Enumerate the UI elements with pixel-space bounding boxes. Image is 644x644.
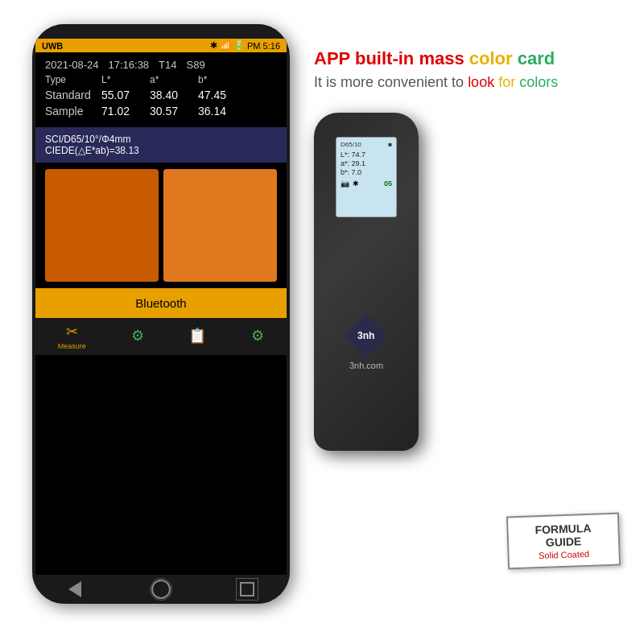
t-value: T14 [159, 59, 176, 71]
nav-measure-label: Measure [58, 342, 86, 350]
data-header-row: Type L* a* b* [45, 74, 277, 85]
device-lcd: D65/10 ■ L*: 74.7 a*: 29.1 b*: 7.0 📷 ✱ 0… [336, 137, 397, 217]
recent-button[interactable] [236, 578, 258, 601]
nav-settings[interactable]: ⚙ [131, 327, 144, 346]
bluetooth-button[interactable]: Bluetooth [35, 288, 287, 318]
formula-guide-subtitle: Solid Coated [518, 548, 609, 561]
wifi-icon: 📶 [220, 40, 231, 51]
bottom-nav: ✂ Measure ⚙ 📋 ⚙ [35, 318, 287, 355]
status-carrier: UWB [42, 41, 63, 51]
device-sample-num: 05 [384, 180, 392, 188]
home-icon [151, 580, 171, 599]
sample-l: 71.02 [101, 105, 150, 118]
device-mode: D65/10 [341, 141, 361, 148]
sample-label: Sample [45, 105, 101, 118]
nav-measure[interactable]: ✂ Measure [58, 323, 86, 350]
sample-row: Sample 71.02 30.57 36.14 [45, 105, 277, 118]
standard-row: Standard 55.07 38.40 47.45 [45, 89, 277, 101]
status-bar: UWB ✱ 📶 🔋 PM 5:16 [35, 39, 287, 52]
bluetooth-icon: ✱ [210, 40, 217, 51]
home-button[interactable] [150, 578, 172, 601]
swatch-sample [163, 169, 277, 282]
device-logo: 3nh 3nh.com [346, 316, 386, 370]
phone-screen: UWB ✱ 📶 🔋 PM 5:16 2021-08-24 17:16:38 T1… [35, 39, 287, 575]
device-lcd-footer: 📷 ✱ 05 [341, 180, 392, 188]
nav-gear[interactable]: ⚙ [251, 327, 264, 346]
device-body: D65/10 ■ L*: 74.7 a*: 29.1 b*: 7.0 📷 ✱ 0… [314, 113, 419, 451]
recent-icon [240, 582, 254, 597]
date-row: 2021-08-24 17:16:38 T14 S89 [45, 59, 277, 71]
measurement-data: 2021-08-24 17:16:38 T14 S89 Type L* a* b… [35, 52, 287, 127]
settings-icon: ⚙ [131, 327, 144, 345]
device-battery: ■ [388, 141, 392, 148]
device-b-row: b*: 7.0 [341, 168, 392, 176]
swatch-standard [45, 169, 159, 282]
device-L-row: L*: 74.7 [341, 151, 392, 159]
sample-b: 36.14 [198, 105, 246, 118]
device-bluetooth-icon: ✱ [353, 180, 359, 188]
device-icon1: 📷 [341, 180, 349, 188]
back-icon [68, 581, 81, 597]
phone: UWB ✱ 📶 🔋 PM 5:16 2021-08-24 17:16:38 T1… [32, 24, 290, 604]
status-right: ✱ 📶 🔋 PM 5:16 [210, 40, 280, 51]
device-a-row: a*: 29.1 [341, 159, 392, 167]
col-l: L* [101, 74, 150, 85]
back-button[interactable] [64, 578, 86, 601]
colorimeter-device: D65/10 ■ L*: 74.7 a*: 29.1 b*: 7.0 📷 ✱ 0… [314, 113, 419, 451]
standard-b: 47.45 [198, 89, 246, 101]
s-value: S89 [187, 59, 205, 71]
gear-icon: ⚙ [251, 327, 264, 345]
color-swatches [35, 163, 287, 288]
time-value: 17:16:38 [109, 59, 150, 71]
col-b: b* [198, 74, 246, 85]
date-value: 2021-08-24 [45, 59, 99, 71]
status-time: PM 5:16 [247, 41, 280, 51]
product-headline: APP built-in mass color card It is more … [314, 48, 628, 91]
measurement-info: SCI/D65/10°/Φ4mm CIEDE(△E*ab)=38.13 [35, 127, 287, 163]
battery-icon: 🔋 [233, 40, 245, 51]
measure-icon: ✂ [66, 323, 78, 341]
standard-label: Standard [45, 89, 101, 101]
headline-line2: It is more convenient to look for colors [314, 74, 628, 91]
formula-guide-badge: FORMULA GUIDE Solid Coated [506, 513, 621, 570]
device-lcd-header: D65/10 ■ [341, 141, 392, 148]
info-line1: SCI/D65/10°/Φ4mm [45, 134, 277, 145]
standard-l: 55.07 [101, 89, 150, 101]
share-icon: 📋 [188, 327, 206, 345]
phone-hardware-nav [32, 575, 290, 604]
info-line2: CIEDE(△E*ab)=38.13 [45, 145, 277, 156]
col-a: a* [150, 74, 198, 85]
device-brand-url: 3nh.com [346, 361, 386, 370]
phone-notch [32, 24, 290, 39]
nav-share[interactable]: 📋 [188, 327, 206, 346]
headline-line1: APP built-in mass color card [314, 48, 628, 69]
standard-a: 38.40 [150, 89, 198, 101]
formula-guide-title: FORMULA GUIDE [518, 521, 609, 550]
col-type: Type [45, 74, 101, 85]
sample-a: 30.57 [150, 105, 198, 118]
device-logo-text: 3nh [357, 330, 374, 341]
